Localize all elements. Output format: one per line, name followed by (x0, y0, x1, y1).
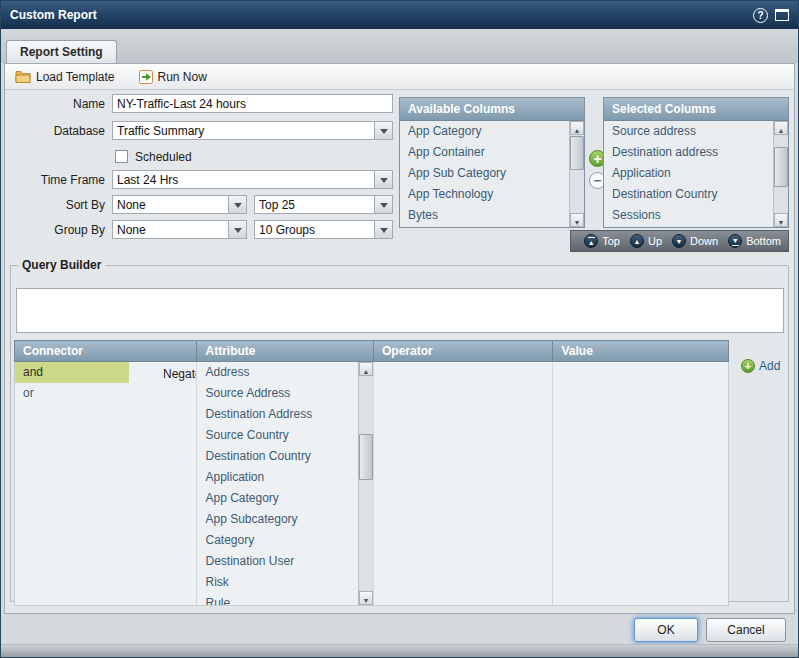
attribute-scrollbar[interactable] (358, 362, 373, 605)
move-up-button[interactable]: Up (630, 234, 662, 248)
name-input[interactable] (112, 94, 393, 113)
query-table-body: and or Negate Address Source Address Des… (14, 362, 729, 606)
negate-label[interactable]: Negate (163, 367, 197, 381)
attribute-option[interactable]: Source Address (197, 383, 358, 404)
scroll-down-icon[interactable] (570, 213, 584, 227)
help-icon[interactable]: ? (753, 8, 768, 23)
attribute-option[interactable]: Destination Country (197, 446, 358, 467)
attribute-option[interactable]: Risk (197, 572, 358, 593)
chevron-down-icon[interactable] (228, 196, 246, 213)
group-by-label: Group By (5, 221, 105, 240)
move-bottom-button[interactable]: Bottom (728, 234, 781, 248)
time-frame-label: Time Frame (5, 171, 105, 190)
load-template-label: Load Template (36, 70, 115, 84)
database-value: Traffic Summary (113, 122, 374, 139)
scroll-thumb[interactable] (570, 136, 584, 170)
attribute-option[interactable]: Address (197, 362, 358, 383)
move-down-button[interactable]: Down (672, 234, 718, 248)
query-input[interactable] (16, 288, 784, 333)
scheduled-checkbox[interactable] (115, 150, 128, 163)
connector-option-and[interactable]: and (15, 362, 129, 383)
title-bar: Custom Report ? (1, 1, 798, 29)
custom-report-dialog: Custom Report ? Report Setting Load Temp… (0, 0, 799, 658)
available-column-item[interactable]: App Technology (400, 184, 569, 205)
selected-column-item[interactable]: Application (604, 163, 773, 184)
attribute-option[interactable]: Rule (197, 593, 358, 605)
folder-icon (15, 70, 31, 83)
plus-icon (741, 359, 755, 373)
dialog-title: Custom Report (10, 8, 97, 22)
selected-column-item[interactable]: Destination address (604, 142, 773, 163)
name-label: Name (5, 95, 105, 114)
chevron-down-icon[interactable] (374, 122, 392, 139)
add-rule-label: Add (759, 359, 780, 373)
connector-column: and or Negate (15, 362, 197, 605)
attribute-option[interactable]: Source Country (197, 425, 358, 446)
available-columns-scrollbar[interactable] (569, 121, 584, 227)
ok-button[interactable]: OK (634, 618, 698, 642)
selected-columns-list: Source address Destination address Appli… (604, 121, 788, 227)
move-bottom-icon (728, 234, 742, 248)
database-select[interactable]: Traffic Summary (112, 121, 393, 140)
load-template-button[interactable]: Load Template (15, 70, 115, 84)
scroll-thumb[interactable] (774, 147, 788, 187)
available-column-item[interactable]: App Sub Category (400, 163, 569, 184)
selected-column-item[interactable]: Sessions (604, 205, 773, 226)
cancel-button[interactable]: Cancel (706, 618, 786, 642)
attribute-option[interactable]: Destination User (197, 551, 358, 572)
column-header-attribute: Attribute (197, 341, 374, 361)
connector-option-or[interactable]: or (15, 383, 129, 404)
run-now-button[interactable]: Run Now (139, 70, 207, 84)
move-down-icon (672, 234, 686, 248)
attribute-column: Address Source Address Destination Addre… (197, 362, 374, 605)
selected-columns-scrollbar[interactable] (773, 121, 788, 227)
minimize-icon[interactable] (775, 9, 789, 21)
scroll-thumb[interactable] (359, 434, 373, 480)
time-frame-select[interactable]: Last 24 Hrs (112, 170, 393, 189)
sort-by-label: Sort By (5, 196, 105, 215)
chevron-down-icon[interactable] (374, 221, 392, 238)
move-bottom-label: Bottom (746, 235, 781, 247)
available-columns-list: App Category App Container App Sub Categ… (400, 121, 584, 227)
scroll-up-icon[interactable] (774, 121, 788, 135)
column-order-bar: Top Up Down Bottom (570, 230, 789, 252)
scroll-up-icon[interactable] (359, 362, 373, 376)
tab-report-setting[interactable]: Report Setting (6, 40, 117, 63)
attribute-option[interactable]: App Subcategory (197, 509, 358, 530)
move-up-icon (630, 234, 644, 248)
available-column-item[interactable]: Bytes (400, 205, 569, 226)
add-rule-button[interactable]: Add (741, 359, 780, 373)
attribute-option[interactable]: Application (197, 467, 358, 488)
attribute-option[interactable]: Category (197, 530, 358, 551)
available-column-item[interactable]: App Category (400, 121, 569, 142)
chevron-down-icon[interactable] (228, 221, 246, 238)
sort-by-top-value: Top 25 (255, 196, 374, 213)
main-panel: Load Template Run Now Name Database Time… (4, 63, 795, 614)
column-header-connector: Connector (15, 341, 197, 361)
chevron-down-icon[interactable] (374, 196, 392, 213)
group-by-groups-value: 10 Groups (255, 221, 374, 238)
run-now-label: Run Now (158, 70, 207, 84)
group-by-select[interactable]: None (112, 220, 247, 239)
selected-column-item[interactable]: Destination Country (604, 184, 773, 205)
move-up-label: Up (648, 235, 662, 247)
sort-by-select[interactable]: None (112, 195, 247, 214)
chevron-down-icon[interactable] (374, 171, 392, 188)
column-header-value: Value (553, 341, 728, 361)
database-label: Database (5, 122, 105, 141)
move-top-button[interactable]: Top (584, 234, 620, 248)
titlebar-controls: ? (753, 8, 789, 23)
available-column-item[interactable]: App Container (400, 142, 569, 163)
run-arrow-icon (139, 70, 153, 84)
sort-by-top-select[interactable]: Top 25 (254, 195, 393, 214)
scroll-up-icon[interactable] (570, 121, 584, 135)
attribute-option[interactable]: App Category (197, 488, 358, 509)
scroll-down-icon[interactable] (774, 213, 788, 227)
group-by-value: None (113, 221, 228, 238)
query-builder-title: Query Builder (18, 258, 105, 272)
scroll-down-icon[interactable] (359, 591, 373, 605)
query-table: Connector Attribute Operator Value and o… (14, 340, 729, 606)
attribute-option[interactable]: Destination Address (197, 404, 358, 425)
selected-column-item[interactable]: Source address (604, 121, 773, 142)
group-by-groups-select[interactable]: 10 Groups (254, 220, 393, 239)
